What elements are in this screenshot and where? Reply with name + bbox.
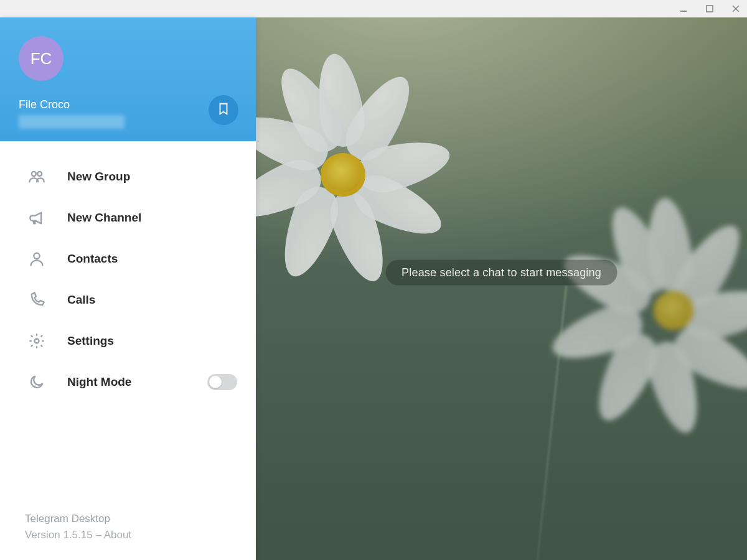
sidebar: FC File Croco New Group xyxy=(0,17,256,560)
sidebar-menu: New Group New Channel Contacts xyxy=(0,141,256,403)
svg-rect-0 xyxy=(680,11,687,12)
moon-icon xyxy=(27,373,46,391)
gear-icon xyxy=(27,332,46,350)
svg-point-4 xyxy=(34,253,39,259)
night-mode-toggle[interactable] xyxy=(207,374,237,390)
avatar-initials: FC xyxy=(31,49,52,68)
user-name: File Croco xyxy=(19,98,237,111)
window-close-button[interactable] xyxy=(730,2,742,15)
window-maximize-button[interactable] xyxy=(703,2,716,15)
window-minimize-button[interactable] xyxy=(677,2,690,15)
window-titlebar xyxy=(0,0,747,17)
svg-rect-1 xyxy=(707,6,713,12)
menu-item-new-group[interactable]: New Group xyxy=(0,156,256,197)
menu-item-label: New Group xyxy=(67,170,237,184)
person-icon xyxy=(27,250,46,268)
menu-item-settings[interactable]: Settings xyxy=(0,320,256,362)
saved-messages-button[interactable] xyxy=(209,95,238,125)
menu-item-night-mode[interactable]: Night Mode xyxy=(0,362,256,403)
app-name: Telegram Desktop xyxy=(25,511,256,527)
user-avatar[interactable]: FC xyxy=(19,36,63,81)
group-icon xyxy=(27,167,46,186)
empty-chat-prompt: Please select a chat to start messaging xyxy=(385,259,618,285)
app-window: FC File Croco New Group xyxy=(0,0,747,560)
menu-item-new-channel[interactable]: New Channel xyxy=(0,197,256,238)
menu-item-label: New Channel xyxy=(67,211,237,225)
svg-point-5 xyxy=(35,339,39,343)
megaphone-icon xyxy=(27,208,46,227)
svg-point-2 xyxy=(32,172,36,176)
app-body: FC File Croco New Group xyxy=(0,17,747,560)
menu-item-calls[interactable]: Calls xyxy=(0,279,256,320)
phone-icon xyxy=(27,291,46,309)
menu-item-label: Night Mode xyxy=(67,375,186,389)
menu-item-label: Settings xyxy=(67,334,237,348)
user-status-redacted xyxy=(19,115,237,126)
sidebar-header: FC File Croco xyxy=(0,17,256,141)
chat-area: Please select a chat to start messaging xyxy=(256,17,747,560)
bookmark-icon xyxy=(217,102,230,118)
menu-item-contacts[interactable]: Contacts xyxy=(0,238,256,279)
sidebar-footer: Telegram Desktop Version 1.5.15 – About xyxy=(0,511,256,560)
svg-point-3 xyxy=(37,172,42,176)
menu-item-label: Contacts xyxy=(67,252,237,266)
menu-item-label: Calls xyxy=(67,293,237,307)
app-version-line[interactable]: Version 1.5.15 – About xyxy=(25,527,256,543)
